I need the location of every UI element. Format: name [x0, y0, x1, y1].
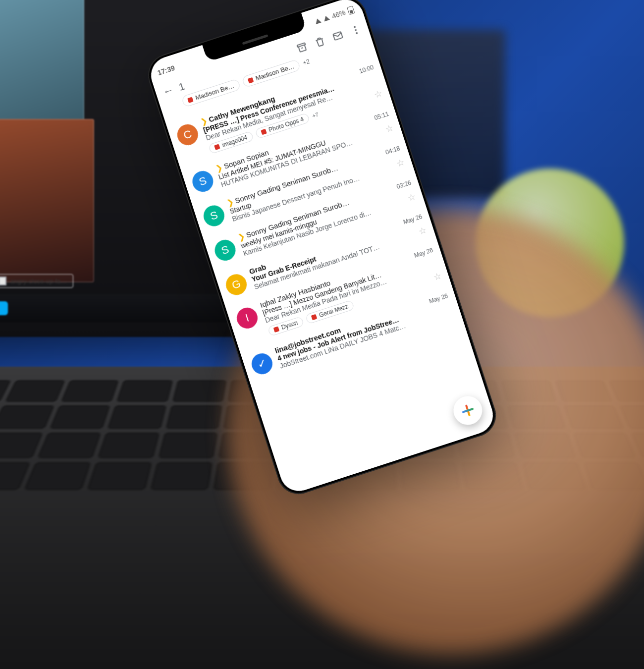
- svg-point-2: [354, 26, 356, 28]
- file-chip: angry-close-up-fac…jpg: [0, 274, 73, 288]
- avatar[interactable]: S: [212, 237, 238, 263]
- avatar[interactable]: S: [201, 203, 227, 229]
- plus-icon: [460, 403, 475, 418]
- signal-icon: [323, 15, 330, 21]
- file-icon: [261, 129, 267, 135]
- mail-icon[interactable]: [328, 27, 347, 46]
- status-clock: 17:39: [157, 64, 176, 77]
- signal-icon: [314, 18, 322, 24]
- taskbar-icon: [0, 301, 8, 315]
- monitor-photo: [0, 119, 94, 282]
- battery-pct: 46%: [331, 8, 347, 20]
- svg-point-3: [355, 29, 357, 31]
- monitor-photo: [0, 0, 84, 124]
- avatar[interactable]: G: [223, 272, 250, 298]
- svg-rect-0: [297, 43, 306, 47]
- attachment-more-count: +7: [312, 112, 320, 119]
- battery-icon: [347, 5, 355, 15]
- file-icon: [187, 97, 194, 103]
- archive-icon[interactable]: [293, 38, 312, 57]
- avatar[interactable]: I: [234, 305, 261, 331]
- delete-icon[interactable]: [311, 32, 329, 51]
- overflow-icon[interactable]: [346, 21, 365, 40]
- avatar[interactable]: ✓: [249, 351, 275, 377]
- avatar[interactable]: C: [174, 121, 201, 148]
- svg-point-4: [356, 32, 358, 34]
- avatar[interactable]: S: [190, 168, 216, 195]
- file-icon: [247, 77, 254, 84]
- back-icon[interactable]: ←: [158, 80, 178, 102]
- file-icon: [214, 144, 220, 150]
- attachment-more-count: +2: [302, 57, 311, 66]
- file-icon: [311, 314, 318, 321]
- file-path-bar: …jpg angry-close-up-fac…jpg: [0, 273, 203, 289]
- file-icon: [273, 326, 280, 333]
